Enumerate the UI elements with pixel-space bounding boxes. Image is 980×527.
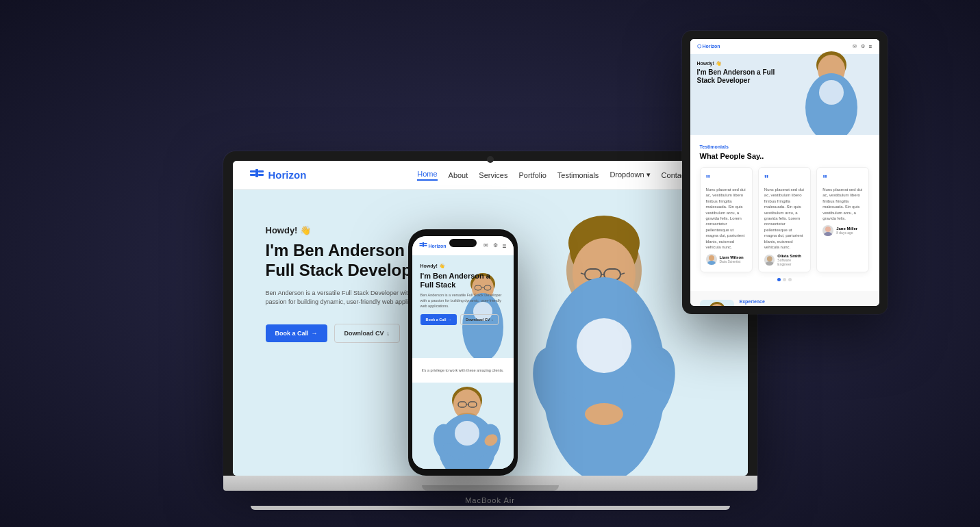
tablet-person-image <box>797 46 866 135</box>
site-nav: Horizon Home About Services Portfolio Te… <box>233 161 748 190</box>
phone-clients: It's a privilege to work with these amaz… <box>412 358 514 383</box>
tablet-testimonials-heading: What People Say.. <box>700 152 870 160</box>
phone-settings-icon: ⚙ <box>493 242 500 249</box>
phone-nav-icons: ✉ ⚙ ≡ <box>483 242 507 250</box>
svg-rect-1 <box>250 174 255 176</box>
nav-services[interactable]: Services <box>479 171 507 179</box>
quote-icon-2: " <box>764 173 805 184</box>
laptop-base <box>223 476 757 491</box>
phone-menu-icon: ≡ <box>503 242 507 250</box>
phone-book-call[interactable]: Book a Call → <box>420 314 457 325</box>
testimonial-author-info-3: Jane Miller 8 days ago <box>836 227 857 235</box>
tablet-logo: ⬡ Horizon <box>697 44 720 49</box>
phone-logo: Horizon <box>419 242 447 249</box>
testimonial-text-1: Nunc placerat sed dui ac, vestibulum lib… <box>706 187 746 250</box>
tablet-title: I'm Ben Anderson a Full Stack Developer <box>697 68 786 85</box>
dot-3 <box>788 278 792 281</box>
phone-title: I'm Ben Anderson a Full Stack <box>420 272 505 290</box>
avatar-1 <box>706 254 717 265</box>
svg-point-34 <box>825 227 831 232</box>
book-call-button[interactable]: Book a Call → <box>266 324 327 342</box>
nav-portfolio[interactable]: Portfolio <box>518 171 546 179</box>
testimonial-card-3: " Nunc placerat sed dui ac, vestibulum l… <box>816 167 869 272</box>
laptop-model-label: MacBook Air <box>465 496 515 504</box>
phone-hero: Howdy! 👋 I'm Ben Anderson a Full Stack B… <box>412 255 514 358</box>
avatar-3 <box>822 225 833 236</box>
laptop-label-container: MacBook Air <box>223 493 757 506</box>
svg-rect-41 <box>419 243 422 244</box>
tablet-exp-person <box>700 300 734 306</box>
scene: Horizon Home About Services Portfolio Te… <box>79 17 901 510</box>
logo-text: Horizon <box>268 169 307 181</box>
testimonial-text-2: Nunc placerat sed dui ac, vestibulum lib… <box>764 187 805 250</box>
svg-rect-3 <box>258 174 264 176</box>
tablet-testimonials-section: Testimonials What People Say.. " Nunc pl… <box>690 135 879 291</box>
phone-screen: Horizon ✉ ⚙ ≡ Howdy! 👋 I'm Ben Anderson … <box>412 236 514 469</box>
testimonial-card-1: " Nunc placerat sed dui ac, vestibulum l… <box>700 167 753 272</box>
dot-2 <box>783 278 786 281</box>
quote-icon-1: " <box>706 173 746 184</box>
dot-1 <box>777 278 781 281</box>
download-cv-button[interactable]: Download CV ↓ <box>334 324 401 343</box>
quote-icon-3: " <box>822 173 863 184</box>
laptop-notch <box>487 156 494 163</box>
testimonial-author-3: Jane Miller 8 days ago <box>822 225 863 236</box>
tablet-testimonials-label: Testimonials <box>700 144 870 149</box>
testimonial-author-1: Liam Wilson Data Scientist <box>706 254 746 265</box>
tablet-hero: ⬡ Horizon ✉ ⚙ ≡ Howdy! 👋 I'm Ben Anderso… <box>690 39 879 135</box>
svg-rect-45 <box>422 242 423 247</box>
phone-download-cv[interactable]: Download CV ↓ <box>460 314 499 325</box>
phone-greeting: Howdy! 👋 <box>420 264 505 269</box>
avatar-2 <box>764 255 775 266</box>
phone-buttons: Book a Call → Download CV ↓ <box>420 314 505 325</box>
svg-point-23 <box>577 318 631 373</box>
phone-hero-content: Howdy! 👋 I'm Ben Anderson a Full Stack B… <box>420 264 505 325</box>
horizon-logo-icon <box>249 168 264 183</box>
tablet-exp-header: Experience Work Experience With extensiv… <box>700 299 870 306</box>
testimonial-author-2: Olivia Smith Software Engineer <box>764 254 805 266</box>
testimonial-text-3: Nunc placerat sed dui ac, vestibulum lib… <box>822 187 863 221</box>
hero-description: Ben Anderson is a versatile Full Stack D… <box>266 289 430 307</box>
testimonial-author-info-1: Liam Wilson Data Scientist <box>720 255 744 264</box>
phone-bottom <box>412 383 514 469</box>
svg-rect-44 <box>424 245 427 246</box>
svg-point-66 <box>455 421 479 446</box>
svg-rect-2 <box>258 170 264 172</box>
phone-outer: Horizon ✉ ⚙ ≡ Howdy! 👋 I'm Ben Anderson … <box>408 229 518 476</box>
svg-rect-43 <box>424 243 427 244</box>
tablet-exp-label: Experience <box>740 299 870 304</box>
nav-dropdown[interactable]: Dropdown ▾ <box>610 170 650 179</box>
nav-testimonials[interactable]: Testimonials <box>557 171 599 179</box>
site-logo: Horizon <box>249 168 307 183</box>
svg-rect-4 <box>255 169 258 177</box>
phone-description: Ben Anderson is a versatile Full Stack D… <box>420 293 505 309</box>
tablet-device: ⬡ Horizon ✉ ⚙ ≡ Howdy! 👋 I'm Ben Anderso… <box>682 31 888 314</box>
tablet-testimonials-grid: " Nunc placerat sed dui ac, vestibulum l… <box>700 167 870 272</box>
tablet-outer: ⬡ Horizon ✉ ⚙ ≡ Howdy! 👋 I'm Ben Anderso… <box>682 31 888 314</box>
phone-notch <box>449 239 477 247</box>
testimonial-card-2: " Nunc placerat sed dui ac, vestibulum l… <box>758 167 811 272</box>
svg-point-32 <box>767 256 772 261</box>
svg-point-30 <box>709 255 714 261</box>
phone-email-icon: ✉ <box>483 242 490 249</box>
svg-rect-0 <box>250 170 255 172</box>
laptop-foot <box>251 506 730 510</box>
svg-point-33 <box>766 261 774 266</box>
phone-person2-image <box>412 387 514 469</box>
svg-point-31 <box>707 261 716 265</box>
nav-about[interactable]: About <box>449 171 468 179</box>
phone-clients-text: It's a privilege to work with these amaz… <box>422 368 504 372</box>
svg-rect-42 <box>419 245 422 246</box>
phone-device: Horizon ✉ ⚙ ≡ Howdy! 👋 I'm Ben Anderson … <box>408 229 518 476</box>
nav-home[interactable]: Home <box>417 170 437 181</box>
tablet-menu-icon: ≡ <box>869 44 872 50</box>
tablet-experience-section: Experience Work Experience With extensiv… <box>690 291 879 306</box>
tablet-screen: ⬡ Horizon ✉ ⚙ ≡ Howdy! 👋 I'm Ben Anderso… <box>690 39 879 306</box>
testimonial-author-info-2: Olivia Smith Software Engineer <box>777 254 805 266</box>
svg-point-35 <box>824 232 832 236</box>
svg-point-29 <box>819 80 844 105</box>
phone-logo-text: Horizon <box>429 244 447 248</box>
svg-point-22 <box>585 403 623 425</box>
tablet-exp-text: Experience Work Experience With extensiv… <box>740 299 870 306</box>
carousel-dots <box>700 278 870 281</box>
